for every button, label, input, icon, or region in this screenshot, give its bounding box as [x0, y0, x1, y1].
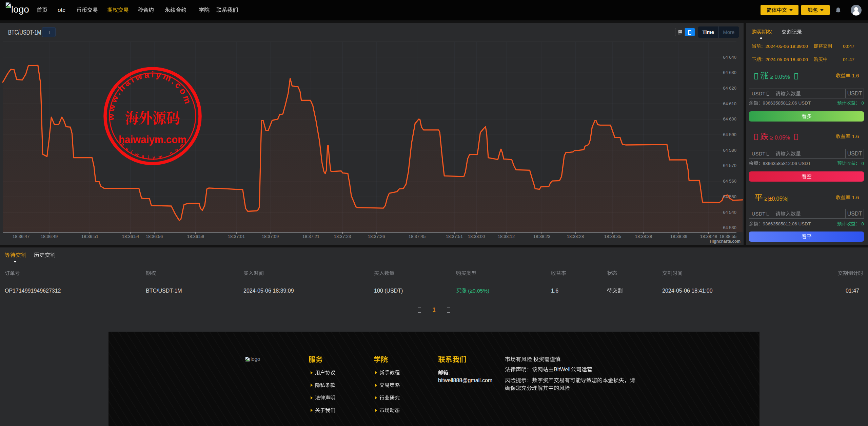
svg-text:18:37:51: 18:37:51 [446, 234, 463, 239]
svg-text:18:38:23: 18:38:23 [533, 234, 551, 239]
svg-text:18:37:26: 18:37:26 [368, 234, 385, 239]
svg-text:18:38:39: 18:38:39 [670, 234, 688, 239]
svg-text:18:37:45: 18:37:45 [409, 234, 426, 239]
svg-text:64 550: 64 550 [723, 194, 736, 199]
svg-text:18:36:54: 18:36:54 [122, 234, 139, 239]
svg-text:18:37:09: 18:37:09 [262, 234, 279, 239]
svg-text:18:38:55: 18:38:55 [719, 234, 737, 239]
svg-text:64 590: 64 590 [723, 132, 736, 137]
svg-text:64 610: 64 610 [723, 101, 736, 106]
svg-text:18:38:12: 18:38:12 [498, 234, 515, 239]
svg-text:64 640: 64 640 [723, 55, 736, 60]
svg-text:64 600: 64 600 [723, 116, 736, 122]
svg-text:18:36:56: 18:36:56 [146, 234, 163, 239]
svg-text:64 620: 64 620 [723, 86, 736, 91]
svg-text:18:36:49: 18:36:49 [41, 234, 58, 239]
svg-text:64 570: 64 570 [723, 163, 736, 168]
svg-text:64 560: 64 560 [723, 179, 736, 184]
svg-text:18:37:01: 18:37:01 [228, 234, 245, 239]
svg-text:18:38:35: 18:38:35 [604, 234, 622, 239]
svg-text:18:37:21: 18:37:21 [302, 234, 320, 239]
svg-text:18:38:00: 18:38:00 [468, 234, 485, 239]
svg-text:18:38:28: 18:38:28 [567, 234, 584, 239]
svg-text:64 630: 64 630 [723, 70, 736, 75]
svg-text:Highcharts.com: Highcharts.com [710, 239, 741, 244]
svg-text:18:36:59: 18:36:59 [187, 234, 204, 239]
svg-text:18:38:38: 18:38:38 [635, 234, 652, 239]
svg-text:18:36:47: 18:36:47 [13, 234, 30, 239]
svg-text:64 580: 64 580 [723, 148, 736, 153]
svg-text:18:36:51: 18:36:51 [81, 234, 99, 239]
svg-text:64 530: 64 530 [723, 225, 736, 230]
svg-text:18:37:23: 18:37:23 [334, 234, 351, 239]
svg-text:18:38:48: 18:38:48 [700, 234, 717, 239]
svg-text:64 540: 64 540 [723, 210, 736, 215]
